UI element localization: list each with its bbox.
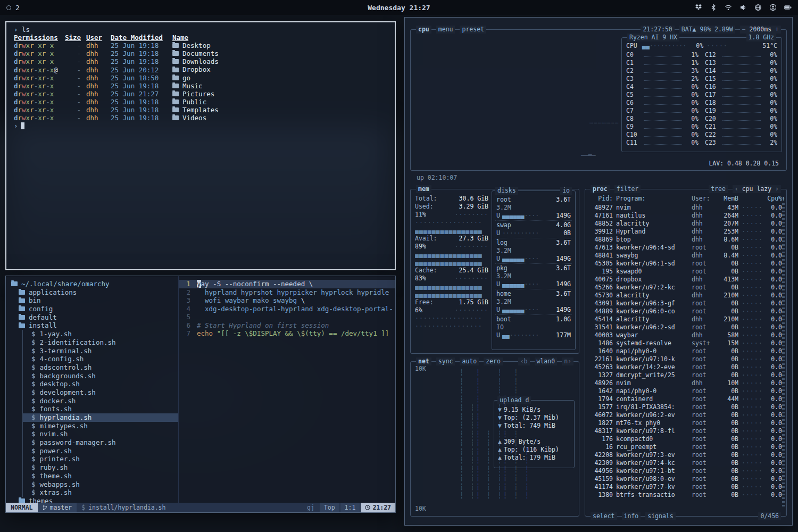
editor-line[interactable]: 6# Start Hyprland on first session bbox=[179, 321, 395, 330]
process-row[interactable]: 48317kworker/u97:8-flroot0B·········0.0 bbox=[589, 427, 782, 435]
tree-toggle[interactable]: tree bbox=[709, 185, 728, 193]
tree-folder-themes[interactable]: themes bbox=[11, 497, 178, 503]
neovim-window[interactable]: ~/.local/share/omarchyapplicationsbincon… bbox=[5, 276, 396, 513]
process-row[interactable]: 1827mt76-tx phy0root0B·········0.0 bbox=[589, 419, 782, 427]
preset-button[interactable]: preset bbox=[460, 26, 486, 34]
tree-file-2-identification.sh[interactable]: $2-identification.sh bbox=[22, 338, 178, 347]
battery-icon[interactable] bbox=[784, 4, 792, 12]
process-row[interactable]: 39912Hyprlanddhh253M·········0.0 bbox=[589, 228, 782, 236]
tree-file-4-config.sh[interactable]: $4-config.sh bbox=[22, 355, 178, 363]
net-sync-button[interactable]: sync bbox=[436, 358, 455, 365]
process-row[interactable]: 48869btopdhh8.6M·········0.0 bbox=[589, 236, 782, 244]
net-auto-button[interactable]: auto bbox=[460, 358, 479, 365]
tree-file-printer.sh[interactable]: $printer.sh bbox=[22, 455, 178, 463]
tree-file-docker.sh[interactable]: $docker.sh bbox=[22, 397, 178, 405]
process-row[interactable]: 176kcompactd0root0B·········0.0 bbox=[589, 435, 782, 443]
signals-button[interactable]: signals bbox=[645, 512, 675, 520]
process-row[interactable]: 48852alacrittydhh207M·········0.0 bbox=[589, 220, 782, 228]
disks-title[interactable]: disks bbox=[495, 187, 518, 195]
process-row[interactable]: 42309kworker/u97:4-kcroot0B·········0.0 bbox=[589, 459, 782, 467]
process-row[interactable]: 48841swaybgdhh8.4M·········0.0 bbox=[589, 252, 782, 260]
proc-column-header[interactable]: Pid: bbox=[589, 195, 613, 203]
tree-file-mimetypes.sh[interactable]: $mimetypes.sh bbox=[22, 422, 178, 430]
bluetooth-icon[interactable] bbox=[709, 4, 717, 12]
editor-line[interactable]: 2 hyprland hyprshot hyprpicker hyprlock … bbox=[179, 288, 395, 297]
workspace-number[interactable]: 2 bbox=[15, 4, 20, 12]
wifi-icon[interactable] bbox=[724, 4, 732, 12]
process-row[interactable]: 41174kworker/u97:7-kvroot0B·········0.0 bbox=[589, 483, 782, 491]
process-row[interactable]: 1642napi/phy0-0root0B·········0.0 bbox=[589, 387, 782, 395]
process-row[interactable]: 1577irq/81-PIXA3854:root0B·········0.0 bbox=[589, 403, 782, 411]
btop-window[interactable]: cpu menu preset 21:27:50 BAT▲ 98% 2.89W … bbox=[404, 17, 793, 526]
proc-scrollbar[interactable] bbox=[782, 203, 785, 508]
proc-column-header[interactable] bbox=[742, 195, 763, 203]
process-row[interactable]: 45263kworker/14:2-everoot0B·········0.0 bbox=[589, 363, 782, 371]
process-row[interactable]: 40075dropboxdhh413M·········0.0 bbox=[589, 276, 782, 284]
globe-icon[interactable] bbox=[754, 4, 762, 12]
tree-file-ruby.sh[interactable]: $ruby.sh bbox=[22, 463, 178, 472]
iface-prev[interactable]: ‹b bbox=[518, 358, 530, 365]
proc-column-header[interactable]: Cpu% bbox=[766, 195, 782, 203]
proc-column-header[interactable]: MemB bbox=[718, 195, 738, 203]
mem-box-title[interactable]: mem bbox=[416, 185, 431, 193]
proc-column-header[interactable]: User: bbox=[692, 195, 715, 203]
terminal-ls-window[interactable]: › ls PermissionsSizeUserDate ModifiedNam… bbox=[5, 21, 396, 270]
editor-line[interactable]: 5 bbox=[179, 313, 395, 321]
tree-file-power.sh[interactable]: $power.sh bbox=[22, 447, 178, 455]
network-interface[interactable]: wlan0 bbox=[535, 358, 558, 365]
iface-next[interactable]: n› bbox=[562, 358, 573, 365]
process-row[interactable]: 16rcu_preemptroot0B·········0.0 bbox=[589, 443, 782, 451]
net-box-title[interactable]: net bbox=[416, 358, 431, 365]
tree-file-theme.sh[interactable]: $theme.sh bbox=[22, 472, 178, 480]
proc-header-row[interactable]: Pid:Program:User:MemBCpu% bbox=[589, 195, 782, 203]
select-button[interactable]: select bbox=[591, 512, 617, 520]
tree-file-password-manager.sh[interactable]: $password-manager.sh bbox=[22, 438, 178, 447]
tree-folder-config[interactable]: config bbox=[11, 305, 178, 313]
editor-buffer[interactable]: 1yay -S --noconfirm --needed \2 hyprland… bbox=[178, 276, 395, 503]
tree-file-adscontrol.sh[interactable]: $adscontrol.sh bbox=[22, 363, 178, 372]
process-row[interactable]: 48926nvimdhh10M·········0.0 bbox=[589, 379, 782, 387]
process-row[interactable]: 195kswapd0root0B·········0.0 bbox=[589, 268, 782, 276]
process-row[interactable]: 1486systemd-resolvesyst+15M·········0.0 bbox=[589, 339, 782, 347]
tree-file-3-terminal.sh[interactable]: $3-terminal.sh bbox=[22, 347, 178, 355]
user-icon[interactable] bbox=[769, 4, 777, 12]
dropbox-icon[interactable] bbox=[694, 4, 702, 12]
shell-prompt-line[interactable]: › bbox=[14, 122, 387, 130]
upload-box-title[interactable]: upload d bbox=[497, 396, 531, 404]
process-row[interactable]: 45266kworker/u97:2-kcroot0B·········0.0 bbox=[589, 284, 782, 292]
tree-file-development.sh[interactable]: $development.sh bbox=[22, 388, 178, 397]
tree-file-1-yay.sh[interactable]: $1-yay.sh bbox=[22, 330, 178, 338]
process-row[interactable]: 43091kworker/u96:3-gfroot0B·········0.0 bbox=[589, 300, 782, 307]
process-row[interactable]: 44889kworker/u96:0-coroot0B·········0.0 bbox=[589, 307, 782, 315]
sort-direction-arrow[interactable]: ↑ bbox=[782, 195, 785, 203]
process-row[interactable]: 1794containerdroot44M·········0.0 bbox=[589, 395, 782, 403]
tree-file-webapps.sh[interactable]: $webapps.sh bbox=[22, 480, 178, 489]
process-row[interactable]: 47161nautilusdhh264M·········0.0 bbox=[589, 212, 782, 220]
workspace-indicator[interactable]: 2 bbox=[6, 4, 20, 12]
proc-column-header[interactable]: Program: bbox=[616, 195, 688, 203]
process-row[interactable]: 1380btrfs-transactioroot0B·········0.0 bbox=[589, 491, 782, 499]
info-button[interactable]: info bbox=[622, 512, 641, 520]
tree-file-nvim.sh[interactable]: $nvim.sh bbox=[22, 430, 178, 438]
process-row[interactable]: 46072kworker/u96:2-evroot0B·········0.0 bbox=[589, 411, 782, 419]
process-row[interactable]: 31541kworker/u96:2-sdroot0B·········0.0 bbox=[589, 323, 782, 331]
tree-file-fonts.sh[interactable]: $fonts.sh bbox=[22, 405, 178, 413]
tree-file-xtras.sh[interactable]: $xtras.sh bbox=[22, 488, 178, 497]
process-row[interactable]: 48927nvimdhh43M·········0.0 bbox=[589, 204, 782, 212]
process-row[interactable]: 22161kworker/u97:10-kroot0B·········0.0 bbox=[589, 355, 782, 363]
refresh-interval[interactable]: − 2000ms + bbox=[740, 26, 781, 34]
editor-line[interactable]: 1yay -S --noconfirm --needed \ bbox=[179, 280, 395, 288]
editor-line[interactable]: 7echo "[[ -z \$DISPLAY && \$(tty) == /de… bbox=[179, 329, 395, 338]
process-row[interactable]: 45414alacrittydhh210M·········0.0 bbox=[589, 315, 782, 323]
process-row[interactable]: 1640napi/phy0-0root0B·········0.0 bbox=[589, 347, 782, 355]
process-row[interactable]: 40003waybardhh58M·········0.0 bbox=[589, 331, 782, 339]
tree-file-desktop.sh[interactable]: $desktop.sh bbox=[22, 380, 178, 388]
process-row[interactable]: 44956kworker/u97:1-btroot0B·········0.0 bbox=[589, 467, 782, 475]
proc-box-title[interactable]: proc bbox=[591, 185, 610, 193]
sort-selector[interactable]: ‹ cpu lazy › bbox=[733, 185, 781, 193]
cpu-box-title[interactable]: cpu bbox=[416, 26, 431, 34]
process-row[interactable]: 45730alacrittydhh210M·········0.0 bbox=[589, 292, 782, 300]
process-row[interactable]: 45159kworker/u98:0-evroot0B·········0.0 bbox=[589, 475, 782, 483]
tree-folder-install[interactable]: install bbox=[11, 321, 178, 330]
editor-line[interactable]: 3 wofi waybar mako swaybg \ bbox=[179, 296, 395, 305]
